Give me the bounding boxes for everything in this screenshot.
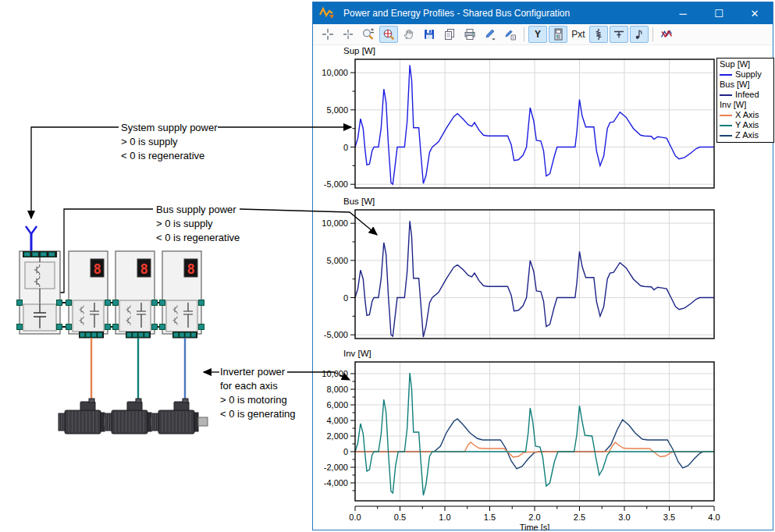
bus-arrow-left <box>47 209 153 293</box>
limit-line-icon <box>613 28 625 41</box>
legend-entry: Z Axis <box>717 130 773 140</box>
svg-text:5,000: 5,000 <box>326 256 348 265</box>
motors <box>59 399 208 434</box>
svg-text:3.5: 3.5 <box>663 512 675 522</box>
zoom-window-button[interactable] <box>379 26 398 43</box>
chart-bus-plot[interactable]: 10,0005,0000-5,000 <box>313 196 773 344</box>
window-title: Power and Energy Profiles - Shared Bus C… <box>343 8 665 19</box>
chart-sup-title: Sup [W] <box>343 46 375 55</box>
motor <box>59 399 114 434</box>
pxt-mode-button[interactable]: Pxt <box>569 26 588 43</box>
title-bar[interactable]: Power and Energy Profiles - Shared Bus C… <box>313 2 773 24</box>
svg-text:10,000: 10,000 <box>322 369 348 378</box>
annotation-line: Bus supply power <box>156 203 240 217</box>
zoom-window-icon <box>382 28 395 41</box>
svg-text:0.0: 0.0 <box>349 512 361 522</box>
seven-segment-display <box>91 259 104 277</box>
svg-text:10,000: 10,000 <box>322 68 348 77</box>
svg-text:-4,000: -4,000 <box>324 478 348 488</box>
svg-text:0.5: 0.5 <box>394 512 406 522</box>
crosshair-cursor-button[interactable] <box>318 26 337 43</box>
svg-text:10,000: 10,000 <box>322 218 348 228</box>
limit-lines-button[interactable] <box>610 26 628 43</box>
legend-entry: Supply <box>717 69 773 80</box>
screen: { "window": { "title": "Power and Energy… <box>0 0 775 532</box>
annotation-line: < 0 is generating <box>220 407 295 421</box>
display-digit: 8 <box>140 261 148 277</box>
annotation-line: < 0 is regenerative <box>156 231 240 245</box>
maximize-button[interactable]: ☐ <box>701 2 737 24</box>
chart-sup-plot[interactable]: 10,0005,0000-5,000 <box>313 45 773 193</box>
chart-inv-plot[interactable]: 10,0008,0006,0004,0002,0000-2,000-4,0000… <box>313 348 773 530</box>
chart-bus: Bus [W] 10,0005,0000-5,000 <box>313 196 773 348</box>
toolbar-separator <box>524 27 524 41</box>
legend-label: Supply <box>735 69 762 80</box>
legend-label: Infeed <box>735 90 759 100</box>
toolbar: Y Pxt <box>313 24 773 45</box>
inverter-module: 8 <box>113 251 158 339</box>
xy-plot-button[interactable] <box>657 26 676 43</box>
hand-icon <box>403 28 415 41</box>
annotation-line: > 0 is supply <box>156 217 240 231</box>
annotation-line: > 0 is motoring <box>220 393 295 407</box>
legend-entry: X Axis <box>717 110 773 120</box>
legend-entry: Infeed <box>717 90 773 100</box>
motor-wires <box>91 338 185 406</box>
save-button[interactable] <box>420 26 439 43</box>
annotation-line: > 0 is supply <box>121 135 218 149</box>
pen-page-icon <box>504 28 517 41</box>
legend-label: Z Axis <box>735 130 759 140</box>
save-icon <box>423 28 435 41</box>
pen-icon <box>484 28 496 41</box>
copy-button[interactable] <box>440 26 459 43</box>
compress-y-button[interactable] <box>589 26 608 43</box>
spring-icon <box>592 28 605 41</box>
svg-text:8,000: 8,000 <box>326 385 348 394</box>
inverter-modules: 888 <box>66 251 204 339</box>
display-digit: 8 <box>187 261 194 277</box>
pan-hand-button[interactable] <box>400 26 418 43</box>
copy-icon <box>443 28 456 41</box>
chart-sup: Sup [W] 10,0005,0000-5,000 <box>313 45 773 196</box>
motor <box>152 399 208 434</box>
note-icon <box>633 28 645 41</box>
annotation-system-supply: System supply power > 0 is supply < 0 is… <box>121 121 218 163</box>
drive-display-button[interactable] <box>549 26 567 43</box>
minimize-button[interactable]: ─ <box>665 2 701 24</box>
legend-line-y-axis <box>720 125 732 126</box>
svg-text:-2,000: -2,000 <box>324 463 348 472</box>
chart-bus-title: Bus [W] <box>343 197 375 206</box>
app-icon <box>318 5 337 21</box>
print-button[interactable] <box>460 26 479 43</box>
edit-pen-button[interactable] <box>481 26 499 43</box>
track-cursor-icon <box>342 28 354 41</box>
svg-text:4.0: 4.0 <box>708 512 720 522</box>
legend-line-x-axis <box>720 115 732 116</box>
dc-bus-lines <box>58 303 165 327</box>
legend-entry: Y Axis <box>717 120 773 130</box>
crosshair-icon <box>322 28 334 41</box>
motor <box>105 399 161 434</box>
zoom-in-out-button[interactable] <box>359 26 378 43</box>
legend-group-title: Inv [W] <box>717 100 773 110</box>
svg-text:1.0: 1.0 <box>439 512 450 522</box>
legend-label: X Axis <box>735 110 759 120</box>
close-button[interactable]: ✕ <box>737 2 773 24</box>
toolbar-separator <box>652 27 653 41</box>
y-axes-button[interactable]: Y <box>528 26 547 43</box>
svg-text:4,000: 4,000 <box>326 416 348 425</box>
annotation-bus-supply: Bus supply power > 0 is supply < 0 is re… <box>156 203 240 245</box>
svg-text:3.0: 3.0 <box>618 512 630 522</box>
svg-text:1.5: 1.5 <box>484 512 496 522</box>
legend-group-title: Sup [W] <box>717 59 773 69</box>
chart-inv-title: Inv [W] <box>343 349 372 358</box>
legend-line-infeed <box>720 94 732 96</box>
edit-pen-page-button[interactable] <box>501 26 520 43</box>
legend-line-z-axis <box>720 135 732 137</box>
track-cursor-button[interactable] <box>339 26 357 43</box>
inverter-module: 8 <box>160 251 204 339</box>
svg-text:0: 0 <box>343 293 348 303</box>
zoom-in-out-icon <box>362 28 375 41</box>
bookmark-note-button[interactable] <box>630 26 649 43</box>
svg-text:2.0: 2.0 <box>528 512 540 522</box>
